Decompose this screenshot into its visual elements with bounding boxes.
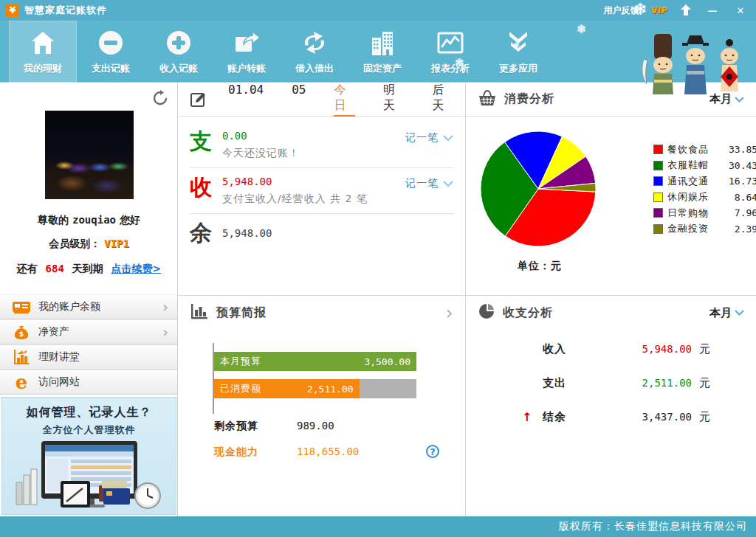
divider — [190, 167, 453, 168]
remaining-budget-value: 989.00 — [297, 420, 334, 433]
chevron-right-icon: › — [162, 326, 168, 338]
cash-ability-label: 现金能力 — [214, 446, 297, 459]
legend-percent: 33.85% — [722, 144, 756, 155]
sidebar-item-net-assets[interactable]: $ 净资产 › — [0, 319, 177, 344]
row-value: 2,511.00 — [624, 377, 692, 389]
add-income-record-button[interactable]: 记一笔 — [405, 177, 453, 190]
money-bag-icon: $ — [10, 323, 32, 341]
ad-title: 如何管理、记录人生？ — [2, 405, 176, 420]
cash-register-icon — [10, 299, 32, 315]
toolbar-item-fixed-assets[interactable]: 固定资产 — [348, 21, 416, 83]
legend-label: 休闲娱乐 — [667, 190, 722, 204]
buildings-icon — [368, 27, 397, 59]
toolbar-item-account-transfer[interactable]: 账户转账 — [213, 21, 281, 83]
legend-item: 通讯交通16.73%TOP3 — [653, 173, 756, 190]
expiry-row: 还有 684 天到期 点击续费> — [0, 263, 178, 276]
legend-percent: 30.43% — [722, 160, 756, 171]
vip-badge[interactable]: VIP — [650, 5, 667, 15]
toolbar-item-report-analysis[interactable]: 报表分析 — [416, 21, 484, 83]
sidebar-item-label: 访问网站 — [38, 375, 80, 389]
chevron-right-icon[interactable]: › — [446, 305, 453, 320]
minimize-button[interactable]: — — [704, 5, 721, 16]
sidebar-menu: 我的账户余额 › $ 净资产 › 理财讲堂 e — [0, 294, 177, 395]
sidebar-item-visit-website[interactable]: e 访问网站 — [0, 370, 177, 395]
sidebar-item-label: 净资产 — [38, 325, 69, 339]
toolbar-item-my-finance[interactable]: 我的理财 — [9, 21, 77, 83]
legend-swatch — [653, 208, 663, 218]
toolbar-item-label: 支出记账 — [92, 62, 130, 75]
ad-subtitle: 全方位个人管理软件 — [2, 423, 176, 437]
add-expense-record-button[interactable]: 记一笔 — [405, 131, 453, 145]
toolbar-item-label: 报表分析 — [431, 62, 470, 75]
tab-tomorrow[interactable]: 明天 — [383, 83, 405, 114]
legend-label: 金融投资 — [667, 222, 722, 235]
record-action-label: 记一笔 — [405, 131, 439, 145]
period-selector[interactable]: 本月 — [709, 306, 744, 320]
legend-percent: 8.64% — [722, 192, 756, 203]
refresh-icon[interactable] — [152, 90, 168, 109]
row-unit: 元 — [699, 342, 710, 356]
expiry-days: 684 — [41, 263, 69, 274]
income-note: 支付宝收入/经营收入 共 2 笔 — [222, 193, 405, 206]
legend-percent: 7.96% — [722, 207, 756, 218]
minus-circle-icon — [97, 27, 125, 59]
member-level-row: 会员级别： VIP1 — [0, 238, 178, 251]
row-label: 结余 — [543, 410, 566, 424]
budget-bar-fill: 本月预算 3,500.00 — [214, 352, 416, 371]
transfer-arrow-icon — [232, 27, 261, 59]
upgrade-arrow-icon[interactable] — [679, 4, 693, 16]
member-level-value: VIP1 — [104, 238, 129, 249]
double-chevron-down-icon — [504, 27, 533, 59]
row-unit: 元 — [699, 410, 710, 424]
panel-title: 预算简报 — [216, 305, 267, 321]
tab-today[interactable]: 今日 — [334, 83, 355, 117]
feedback-link[interactable]: 用户反馈 — [603, 4, 639, 17]
row-value: 3,437.00 — [624, 411, 692, 423]
bar-label: 本月预算 — [220, 355, 261, 368]
cash-ability-row: 现金能力 118,655.00 — [214, 446, 359, 459]
consumed-bar: 已消费额 2,511.00 — [214, 379, 416, 398]
legend-label: 衣服鞋帽 — [667, 159, 722, 172]
chevron-down-icon — [443, 135, 453, 142]
toolbar-item-expense-entry[interactable]: 支出记账 — [77, 21, 145, 83]
row-label: 支出 — [543, 376, 566, 390]
expiry-suffix: 天到期 — [72, 263, 103, 274]
panel-title: 消费分析 — [504, 91, 554, 107]
swap-arrows-icon — [300, 27, 329, 59]
app-title: 智慧家庭记账软件 — [24, 4, 107, 17]
unit-label: 单位：元 — [518, 260, 562, 273]
date-value: 01.04 — [228, 83, 264, 97]
expiry-prefix: 还有 — [17, 263, 38, 274]
close-button[interactable]: ✕ — [732, 5, 749, 16]
renew-link[interactable]: 点击续费> — [111, 263, 162, 274]
row-label: 收入 — [543, 342, 566, 356]
sidebar-item-label: 我的账户余额 — [38, 300, 100, 313]
greeting-text: 尊敬的 zouqiao 您好 — [0, 214, 178, 227]
toolbar-item-more-apps[interactable]: 更多应用 — [484, 21, 552, 83]
record-action-label: 记一笔 — [405, 177, 439, 190]
income-char: 收 — [190, 174, 222, 201]
svg-text:$: $ — [19, 330, 24, 338]
tab-day-after[interactable]: 后天 — [432, 83, 453, 114]
row-value: 5,948.00 — [624, 343, 692, 355]
toolbar-item-borrow-lend[interactable]: 借入借出 — [281, 21, 348, 83]
mascot-characters — [635, 34, 752, 100]
sidebar-item-finance-lecture[interactable]: 理财讲堂 — [0, 344, 177, 370]
day-value[interactable]: 05 — [292, 83, 306, 97]
sidebar-item-account-balance[interactable]: 我的账户余额 › — [0, 294, 177, 319]
ad-banner[interactable]: 如何管理、记录人生？ 全方位个人管理软件 — [1, 397, 176, 515]
app-window: ¥ 智慧家庭记账软件 用户反馈 VIP — ✕ ❄ ❄ ❄ ❄ 我的理财 — [0, 0, 756, 537]
user-photo[interactable] — [45, 111, 134, 199]
toolbar-item-label: 账户转账 — [227, 62, 266, 75]
help-icon[interactable]: ? — [426, 445, 439, 458]
pie-legend: 餐饮食品33.85%TOP1 衣服鞋帽30.43%TOP2 通讯交通16.73%… — [653, 142, 756, 237]
cash-ability-value: 118,655.00 — [297, 446, 359, 459]
toolbar-item-label: 固定资产 — [363, 62, 402, 75]
expense-char: 支 — [190, 128, 222, 155]
edit-icon[interactable] — [190, 91, 207, 108]
sidebar-item-label: 理财讲堂 — [38, 350, 80, 364]
toolbar-item-income-entry[interactable]: 收入记账 — [145, 21, 213, 83]
toolbar-item-label: 我的理财 — [24, 62, 62, 75]
bar-value: 3,500.00 — [364, 356, 410, 367]
title-bar: ¥ 智慧家庭记账软件 用户反馈 VIP — ✕ — [0, 0, 756, 21]
